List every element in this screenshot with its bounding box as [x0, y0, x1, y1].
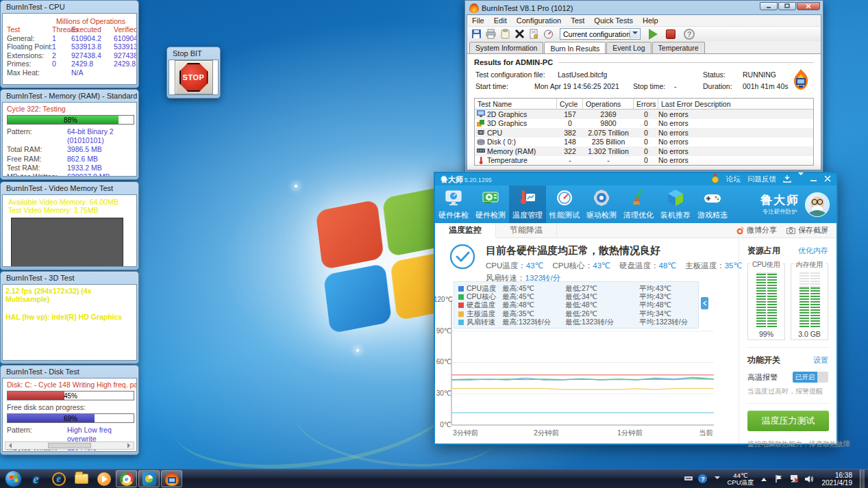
master-lu-titlebar[interactable]: 鲁大师5.20.1295 论坛 问题反馈	[435, 173, 836, 185]
header-errors[interactable]: Errors	[634, 99, 658, 109]
forum-link[interactable]: 论坛	[726, 175, 741, 184]
field-label: Total RAM:	[7, 145, 67, 154]
temperature-icon	[477, 157, 485, 164]
scroll-left-arrow[interactable]	[6, 443, 12, 448]
taskbar-browser[interactable]: e	[116, 470, 137, 487]
menu-file[interactable]: File	[467, 15, 489, 26]
video-window-titlebar[interactable]: BurnInTest - Video Memory Test	[2, 183, 137, 194]
clipboard-icon[interactable]	[499, 28, 511, 40]
taskbar-burnintest[interactable]	[161, 470, 182, 487]
nav-driver-detect[interactable]: 驱动检测	[583, 185, 620, 223]
taskbar-media-player[interactable]	[93, 470, 114, 487]
high-temp-alarm-toggle[interactable]: 已开启	[793, 372, 828, 383]
cpu-row: Primes: 0 2429.8 2429.8	[7, 60, 132, 68]
stop-window-titlebar[interactable]: Stop BIT	[169, 49, 219, 60]
print-icon[interactable]	[485, 28, 497, 40]
table-row[interactable]: Memory (RAM) 322 1.302 Trillion 0 No err…	[475, 146, 813, 156]
taskbar-windows-explorer[interactable]	[71, 470, 92, 487]
share-icon[interactable]	[783, 175, 791, 184]
memory-window-titlebar[interactable]: BurnInTest - Memory (RAM) - Standard	[2, 91, 137, 102]
medal-icon[interactable]	[711, 174, 719, 185]
taskbar-internet-explorer[interactable]: e	[25, 470, 47, 487]
results-table-header: Test Name Cycle Operations Errors Last E…	[475, 99, 813, 110]
burnintest-icon	[165, 472, 179, 486]
save-screenshot-button[interactable]: 保存截屏	[786, 225, 828, 235]
show-desktop-button[interactable]	[860, 470, 865, 488]
tab-temperature[interactable]: Temperature	[652, 42, 705, 53]
stress-test-description: 监控电脑散热能力，排查散热故障	[747, 439, 828, 449]
tray-expand-icon[interactable]	[712, 474, 722, 483]
save-results-icon[interactable]	[471, 28, 482, 40]
nav-hardware-detect[interactable]: 硬件检测	[472, 185, 509, 223]
start-tests-button[interactable]	[649, 29, 658, 40]
cpu-window-titlebar[interactable]: BurnInTest - CPU	[2, 2, 137, 13]
weibo-share-button[interactable]: 微博分享	[736, 225, 777, 235]
minimize-button[interactable]	[760, 2, 778, 10]
3d-window-titlebar[interactable]: BurnInTest - 3D Test	[2, 273, 137, 284]
volume-icon[interactable]	[804, 474, 815, 483]
tab-event-log[interactable]: Event Log	[606, 42, 651, 53]
show-hidden-icons[interactable]	[759, 474, 769, 483]
nav-clean-optimize[interactable]: 清理优化	[620, 185, 657, 223]
disk-write-progress-bar: 45%	[7, 391, 134, 400]
tab-temperature-monitor[interactable]: 温度监控	[435, 223, 496, 238]
header-last-error[interactable]: Last Error Description	[658, 99, 813, 109]
nav-hardware-checkup[interactable]: 硬件体检	[435, 185, 472, 223]
optimize-memory-link[interactable]: 优化内存	[798, 246, 828, 256]
menu-configuration[interactable]: Configuration	[512, 15, 566, 26]
certificate-icon[interactable]	[528, 28, 540, 40]
temperature-stress-test-button[interactable]: 温度压力测试	[747, 411, 829, 431]
main-window-titlebar[interactable]: BurnInTest V8.1 Pro (1012)	[467, 2, 821, 14]
header-cycle[interactable]: Cycle	[557, 99, 583, 109]
close-icon[interactable]	[824, 175, 831, 183]
menu-quick-tests[interactable]: Quick Tests	[589, 15, 638, 26]
table-row[interactable]: Temperature - - 0 No errors	[475, 156, 813, 166]
taskbar-clock[interactable]: 16:38 2021/4/19	[819, 472, 856, 487]
nav-game-selection[interactable]: 游戏精选	[694, 185, 731, 223]
tray-device-icon[interactable]	[683, 474, 693, 483]
minimize-icon[interactable]	[810, 175, 817, 183]
nav-performance-test[interactable]: 性能测试	[546, 185, 583, 223]
network-icon[interactable]	[789, 474, 799, 483]
tab-burn-in-results[interactable]: Burn In Results	[544, 42, 606, 54]
gauge-icon[interactable]	[543, 28, 554, 40]
table-row[interactable]: Disk ( 0:) 148 235 Billion 0 No errors	[475, 138, 813, 147]
media-player-icon	[97, 472, 111, 486]
tab-energy-cooling[interactable]: 节能降温	[496, 223, 557, 237]
dropdown-arrow-icon[interactable]	[630, 29, 639, 38]
table-row[interactable]: 3D Graphics 0 9800 0 No errors	[475, 119, 813, 129]
tray-cpu-temp[interactable]: 44℃ CPU温度	[727, 472, 754, 486]
menu-help[interactable]: Help	[638, 15, 663, 26]
dropdown-menu-icon[interactable]	[798, 175, 804, 183]
action-center-flag-icon[interactable]	[774, 474, 784, 483]
tab-system-information[interactable]: System Information	[469, 42, 543, 53]
taskbar-master-lu[interactable]	[138, 470, 160, 487]
start-button[interactable]	[5, 470, 22, 487]
table-row[interactable]: CPU 382 2.075 Trillion 0 No errors	[475, 128, 813, 138]
disk-window-titlebar[interactable]: BurnInTest - Disk Test	[2, 367, 137, 378]
nav-temperature-management[interactable]: 温度管理	[509, 185, 546, 223]
taskbar-internet-explorer-classic[interactable]: e	[48, 470, 69, 487]
monitor-icon	[444, 188, 463, 209]
configuration-dropdown[interactable]: Current configuration	[560, 28, 641, 40]
stop-tests-button[interactable]	[666, 29, 675, 39]
settings-link[interactable]: 设置	[813, 355, 828, 365]
stop-bit-button[interactable]: STOP	[175, 60, 213, 94]
menu-test[interactable]: Test	[566, 15, 589, 26]
tray-help-icon[interactable]: ?	[698, 474, 707, 483]
nav-build-recommend[interactable]: 装机推荐	[657, 185, 694, 223]
close-button[interactable]	[797, 2, 820, 10]
header-test-name[interactable]: Test Name	[475, 99, 557, 109]
menu-edit[interactable]: Edit	[489, 15, 512, 26]
table-row[interactable]: 2D Graphics 157 2369 0 No errors	[475, 110, 813, 119]
scrollbar-thumb[interactable]	[48, 443, 92, 448]
maximize-button[interactable]	[778, 2, 796, 10]
horizontal-scrollbar[interactable]	[5, 441, 134, 450]
help-button[interactable]: ?	[684, 29, 695, 40]
delete-icon[interactable]	[514, 28, 525, 40]
scroll-right-arrow[interactable]	[127, 443, 133, 448]
folder-icon	[75, 474, 88, 484]
legend-collapse-button[interactable]	[701, 297, 708, 309]
feedback-link[interactable]: 问题反馈	[747, 175, 776, 184]
header-operations[interactable]: Operations	[583, 99, 634, 109]
